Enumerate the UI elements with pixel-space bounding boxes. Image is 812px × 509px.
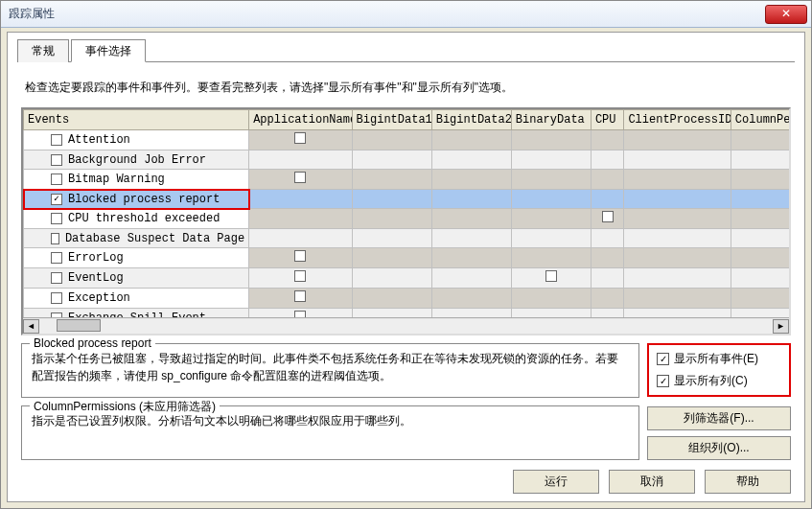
show-all-columns-checkbox[interactable]: [657, 375, 669, 387]
cell-checkbox[interactable]: [294, 132, 306, 144]
grid-cell[interactable]: [431, 248, 511, 268]
table-row[interactable]: Background Job Error: [24, 150, 790, 170]
grid-cell[interactable]: [352, 289, 431, 309]
cell-checkbox[interactable]: [602, 211, 614, 222]
grid-cell[interactable]: [731, 289, 789, 309]
grid-cell[interactable]: [249, 268, 352, 289]
cell-checkbox[interactable]: [294, 270, 306, 282]
events-grid[interactable]: EventsApplicationNameBigintData1BigintDa…: [21, 107, 791, 335]
grid-cell[interactable]: [431, 209, 511, 229]
scroll-track[interactable]: [39, 319, 773, 334]
grid-cell[interactable]: [352, 190, 431, 209]
grid-cell[interactable]: [249, 229, 352, 248]
cell-checkbox[interactable]: [294, 172, 306, 183]
event-row-checkbox[interactable]: [51, 252, 62, 264]
grid-cell[interactable]: [731, 248, 789, 268]
event-row-checkbox[interactable]: [51, 174, 62, 185]
tab-events[interactable]: 事件选择: [71, 39, 146, 62]
grid-cell[interactable]: [624, 229, 731, 248]
grid-cell[interactable]: [431, 170, 511, 190]
column-header[interactable]: Events: [24, 110, 249, 130]
show-all-columns-option[interactable]: 显示所有列(C): [657, 373, 781, 389]
grid-cell[interactable]: [591, 268, 623, 289]
grid-cell[interactable]: [624, 130, 731, 150]
grid-cell[interactable]: [352, 209, 431, 229]
grid-cell[interactable]: [624, 190, 731, 209]
grid-cell[interactable]: [352, 248, 431, 268]
grid-cell[interactable]: [249, 289, 352, 309]
grid-cell[interactable]: [431, 229, 511, 248]
grid-cell[interactable]: [431, 289, 511, 309]
scroll-right-arrow[interactable]: ►: [773, 319, 789, 334]
grid-cell[interactable]: [511, 190, 591, 209]
event-row-checkbox[interactable]: [51, 272, 62, 284]
table-row[interactable]: Bitmap Warning: [24, 170, 790, 190]
grid-cell[interactable]: [249, 170, 352, 190]
grid-cell[interactable]: [431, 190, 511, 209]
grid-cell[interactable]: [731, 190, 789, 209]
column-header[interactable]: BigintData2: [431, 110, 511, 130]
grid-cell[interactable]: [431, 130, 511, 150]
grid-cell[interactable]: [511, 209, 591, 229]
grid-cell[interactable]: [731, 209, 789, 229]
table-row[interactable]: Exception: [24, 289, 790, 309]
cancel-button[interactable]: 取消: [609, 470, 695, 494]
grid-cell[interactable]: [431, 150, 511, 170]
grid-cell[interactable]: [591, 170, 623, 190]
table-row[interactable]: Database Suspect Data Page: [24, 229, 790, 248]
grid-cell[interactable]: [731, 130, 789, 150]
event-row-checkbox[interactable]: [51, 292, 62, 304]
grid-cell[interactable]: [511, 130, 591, 150]
grid-cell[interactable]: [352, 268, 431, 289]
table-row[interactable]: ErrorLog: [24, 248, 790, 268]
grid-cell[interactable]: [511, 170, 591, 190]
grid-cell[interactable]: [624, 150, 731, 170]
grid-cell[interactable]: [731, 170, 789, 190]
cell-checkbox[interactable]: [545, 270, 557, 282]
grid-cell[interactable]: [624, 268, 731, 289]
event-row-checkbox[interactable]: [51, 134, 62, 146]
grid-cell[interactable]: [731, 268, 789, 289]
grid-cell[interactable]: [352, 130, 431, 150]
table-row[interactable]: Blocked process report: [24, 190, 790, 209]
cell-checkbox[interactable]: [294, 290, 306, 302]
organize-columns-button[interactable]: 组织列(O)...: [647, 436, 791, 460]
close-button[interactable]: ✕: [765, 5, 807, 24]
column-header[interactable]: ClientProcessID: [624, 110, 731, 130]
scroll-thumb[interactable]: [57, 319, 101, 332]
grid-cell[interactable]: [511, 268, 591, 289]
grid-cell[interactable]: [249, 190, 352, 209]
table-row[interactable]: CPU threshold exceeded: [24, 209, 790, 229]
grid-cell[interactable]: [624, 209, 731, 229]
table-row[interactable]: EventLog: [24, 268, 790, 289]
help-button[interactable]: 帮助: [705, 470, 791, 494]
column-header[interactable]: ColumnPerm: [731, 110, 789, 130]
column-header[interactable]: BinaryData: [511, 110, 591, 130]
column-header[interactable]: ApplicationName: [249, 110, 352, 130]
grid-cell[interactable]: [731, 150, 789, 170]
table-row[interactable]: Attention: [24, 130, 790, 150]
show-all-events-option[interactable]: 显示所有事件(E): [657, 351, 781, 367]
grid-cell[interactable]: [249, 130, 352, 150]
grid-cell[interactable]: [511, 150, 591, 170]
grid-cell[interactable]: [511, 248, 591, 268]
grid-cell[interactable]: [249, 150, 352, 170]
grid-cell[interactable]: [249, 248, 352, 268]
event-row-checkbox[interactable]: [51, 213, 62, 224]
column-header[interactable]: BigintData1: [352, 110, 431, 130]
grid-cell[interactable]: [352, 229, 431, 248]
grid-cell[interactable]: [624, 248, 731, 268]
show-all-events-checkbox[interactable]: [657, 353, 669, 365]
grid-cell[interactable]: [591, 209, 623, 229]
grid-cell[interactable]: [591, 229, 623, 248]
cell-checkbox[interactable]: [294, 250, 306, 262]
horizontal-scrollbar[interactable]: ◄ ►: [23, 317, 789, 334]
scroll-left-arrow[interactable]: ◄: [23, 319, 39, 334]
run-button[interactable]: 运行: [513, 470, 599, 494]
grid-cell[interactable]: [624, 289, 731, 309]
grid-cell[interactable]: [591, 248, 623, 268]
grid-cell[interactable]: [352, 150, 431, 170]
grid-cell[interactable]: [591, 130, 623, 150]
column-filter-button[interactable]: 列筛选器(F)...: [647, 406, 791, 430]
grid-cell[interactable]: [352, 170, 431, 190]
